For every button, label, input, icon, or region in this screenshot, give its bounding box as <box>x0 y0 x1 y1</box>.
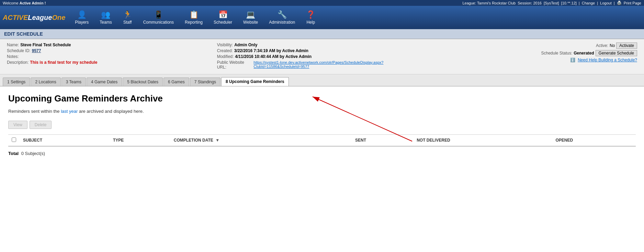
tab-games[interactable]: 6 Games <box>163 77 189 86</box>
modified-value: 4/11/2016 10:40:44 AM by Active Admin <box>235 54 312 59</box>
info-circle-icon: ℹ️ <box>570 58 575 62</box>
help-icon: ❓ <box>306 10 315 19</box>
visibility-label: Visibility: <box>217 43 233 47</box>
nav-label-help: Help <box>306 20 315 25</box>
public-url-label: Public Website URL: <box>217 60 252 70</box>
reporting-icon: 📋 <box>189 10 199 19</box>
created-label: Created: <box>217 48 233 53</box>
notes-label: Notes: <box>7 54 19 59</box>
print-page-link[interactable]: Print Page <box>624 1 641 5</box>
page-header-text: EDIT SCHEDULE <box>4 31 43 37</box>
separator2: | <box>597 1 598 5</box>
systest-info: [SysTest] <box>544 1 559 5</box>
session-info: League: Tammi's Rockstar Club Session: 2… <box>462 1 641 5</box>
schedule-id-label: Schedule ID: <box>7 48 31 53</box>
middle-info: Visibility: Admin Only Created: 3/22/201… <box>217 43 427 71</box>
tab-standings[interactable]: 7 Standings <box>190 77 221 86</box>
view-button[interactable]: View <box>8 121 27 129</box>
league-info: League: Tammi's Rockstar Club <box>462 1 516 5</box>
nav-item-communications[interactable]: 📱 Communications <box>138 8 179 27</box>
teams-icon: 👥 <box>101 10 110 19</box>
sort-icon: ▼ <box>215 138 219 143</box>
administration-icon: 🔧 <box>278 10 287 19</box>
active-label: Active: <box>596 43 608 48</box>
nav-items: 👤 Players 👥 Teams 🏃 Staff 📱 Communicatio… <box>69 8 321 27</box>
main-content: Upcoming Game Reminders Archive Reminder… <box>0 86 644 163</box>
delete-button[interactable]: Delete <box>30 121 52 129</box>
nav-label-teams: Teams <box>100 20 112 25</box>
generate-schedule-button[interactable]: Generate Schedule <box>596 50 637 56</box>
tab-blackout-dates[interactable]: 5 Blackout Dates <box>123 77 163 86</box>
help-link[interactable]: Need Help Building a Schedule? <box>578 58 637 62</box>
active-value: No <box>610 43 615 48</box>
website-icon: 💻 <box>246 10 255 19</box>
nav-item-help[interactable]: ❓ Help <box>301 8 321 27</box>
archive-description: Reminders sent within the last year are … <box>8 109 636 114</box>
scheduler-icon: 📅 <box>218 10 228 19</box>
schedule-id-value[interactable]: 9577 <box>32 48 41 53</box>
left-info: Name: Steve Final Test Schedule Schedule… <box>7 43 217 71</box>
page-title: Upcoming Game Reminders Archive <box>8 93 636 104</box>
name-value: Steve Final Test Schedule <box>20 43 71 47</box>
nav-label-website: Website <box>243 20 258 25</box>
players-icon: 👤 <box>77 10 87 19</box>
col-completion-date[interactable]: COMPLETION DATE ▼ <box>170 135 352 146</box>
tab-settings[interactable]: 1 Settings <box>3 77 30 86</box>
tab-upcoming-game-reminders[interactable]: 8 Upcoming Game Reminders <box>221 77 289 86</box>
separator: | <box>579 1 580 5</box>
separator3: | <box>614 1 615 5</box>
logo-active: ACTIVE <box>3 14 28 22</box>
data-table: SUBJECT TYPE COMPLETION DATE ▼ SENT NOT … <box>8 134 636 146</box>
modified-label: Modified: <box>217 54 234 59</box>
col-type: TYPE <box>110 135 170 146</box>
tab-game-dates[interactable]: 4 Game Dates <box>87 77 122 86</box>
nav-label-scheduler: Scheduler <box>214 20 232 25</box>
tab-locations[interactable]: 2 Locations <box>31 77 60 86</box>
nav-label-staff: Staff <box>123 20 132 25</box>
logo-league: League <box>28 14 52 22</box>
nav-bar: ACTIVE League One 👤 Players 👥 Teams 🏃 St… <box>0 6 644 29</box>
table-divider <box>8 146 636 147</box>
nav-item-staff[interactable]: 🏃 Staff <box>117 8 138 27</box>
table-footer: Total 0 Subject(s) <box>8 151 636 156</box>
total-count: 0 Subject(s) <box>21 151 45 156</box>
name-label: Name: <box>7 43 19 47</box>
tabs-bar: 1 Settings 2 Locations 3 Teams 4 Game Da… <box>0 74 644 86</box>
nav-item-players[interactable]: 👤 Players <box>69 8 94 27</box>
nav-item-administration[interactable]: 🔧 Administration <box>263 8 301 27</box>
page-header: EDIT SCHEDULE <box>0 29 644 39</box>
change-link[interactable]: Change <box>582 1 595 5</box>
col-not-delivered: NOT DELIVERED <box>413 135 552 146</box>
select-all-checkbox[interactable] <box>12 137 16 142</box>
logo: ACTIVE League One <box>3 14 65 22</box>
col-sent: SENT <box>352 135 413 146</box>
tab-teams[interactable]: 3 Teams <box>61 77 86 86</box>
schedule-status-value: Generated <box>574 51 594 56</box>
nav-item-scheduler[interactable]: 📅 Scheduler <box>208 8 238 27</box>
right-info: Active: No Activate Schedule Status: Gen… <box>427 43 637 71</box>
col-opened: OPENED <box>552 135 636 146</box>
logout-link[interactable]: Logout <box>600 1 612 5</box>
nav-label-administration: Administration <box>269 20 295 25</box>
nav-item-teams[interactable]: 👥 Teams <box>94 8 117 27</box>
nav-item-reporting[interactable]: 📋 Reporting <box>179 8 208 27</box>
info-section: Name: Steve Final Test Schedule Schedule… <box>0 39 644 74</box>
ip-info: [10.**.12] <box>561 1 577 5</box>
description-value: This is a final test for my schedule <box>30 60 97 65</box>
nav-item-website[interactable]: 💻 Website <box>238 8 263 27</box>
table-header-row: SUBJECT TYPE COMPLETION DATE ▼ SENT NOT … <box>8 135 636 146</box>
public-url-value[interactable]: https://systest1-lone.dev.activenetwork.… <box>253 60 427 69</box>
total-label: Total <box>8 151 19 156</box>
nav-label-players: Players <box>75 20 89 25</box>
session-info-text: Session: 2016 <box>518 1 542 5</box>
username: Active Admin ! <box>20 1 46 5</box>
col-checkbox <box>8 135 20 146</box>
activate-button[interactable]: Activate <box>616 43 637 49</box>
top-bar: Welcome Active Admin ! League: Tammi's R… <box>0 0 644 6</box>
communications-icon: 📱 <box>154 10 163 19</box>
col-subject: SUBJECT <box>20 135 110 146</box>
nav-label-reporting: Reporting <box>185 20 203 25</box>
nav-label-communications: Communications <box>143 20 174 25</box>
schedule-status-label: Schedule Status: <box>541 51 573 56</box>
created-value: 3/22/2016 7:34:19 AM by Active Admin <box>234 48 308 53</box>
